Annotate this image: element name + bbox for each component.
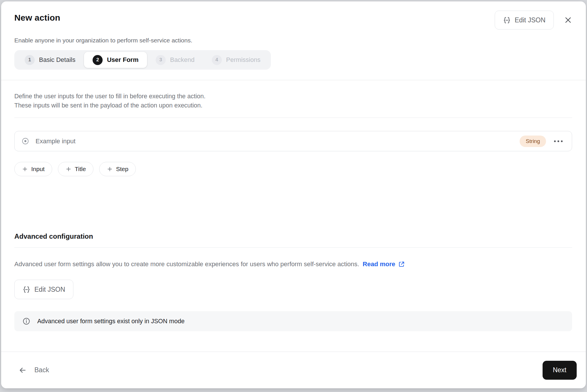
radio-target-icon [21, 137, 29, 145]
modal-footer: Back Next [1, 352, 586, 388]
page-title: New action [14, 11, 60, 23]
add-title-label: Title [75, 166, 86, 173]
step-number: 2 [93, 55, 103, 65]
edit-json-label: Edit JSON [515, 16, 545, 24]
new-action-modal: New action Edit JSON [1, 1, 586, 388]
divider [14, 247, 572, 248]
step-label: Backend [170, 56, 195, 64]
step-label: User Form [107, 56, 138, 64]
info-banner-text: Advanced user form settings exist only i… [37, 318, 185, 325]
form-input-row[interactable]: Example input String [14, 131, 572, 151]
step-basic-details[interactable]: 1 Basic Details [16, 52, 84, 68]
input-label: Example input [36, 138, 75, 145]
type-badge: String [520, 136, 546, 147]
back-button[interactable]: Back [18, 366, 49, 375]
add-input-button[interactable]: Input [14, 162, 52, 176]
row-more-menu-button[interactable] [552, 138, 564, 145]
next-button[interactable]: Next [543, 361, 577, 380]
dots-icon [554, 140, 556, 142]
edit-json-button-header[interactable]: Edit JSON [495, 11, 554, 30]
add-step-label: Step [116, 166, 128, 173]
step-number: 4 [212, 55, 222, 65]
info-icon [22, 317, 30, 325]
advanced-description-text: Advanced user form settings allow you to… [14, 260, 359, 268]
info-banner: Advanced user form settings exist only i… [14, 311, 572, 331]
form-description-line2: These inputs will be sent in the payload… [14, 101, 572, 110]
step-label: Basic Details [39, 56, 75, 64]
close-icon [564, 16, 572, 24]
edit-json-label: Edit JSON [34, 286, 65, 293]
advanced-configuration-heading: Advanced configuration [14, 232, 572, 240]
step-user-form[interactable]: 2 User Form [84, 52, 147, 68]
add-title-button[interactable]: Title [58, 162, 93, 176]
step-backend[interactable]: 3 Backend [147, 52, 203, 68]
plus-icon [22, 166, 28, 172]
plus-icon [65, 166, 72, 172]
advanced-description: Advanced user form settings allow you to… [14, 260, 572, 269]
read-more-label: Read more [363, 260, 395, 269]
edit-json-button-advanced[interactable]: Edit JSON [14, 280, 73, 299]
form-description-line1: Define the user inputs for the user to f… [14, 92, 572, 101]
add-input-label: Input [31, 166, 45, 173]
step-number: 3 [156, 55, 166, 65]
add-step-button[interactable]: Step [99, 162, 136, 176]
read-more-link[interactable]: Read more [363, 260, 405, 269]
step-permissions[interactable]: 4 Permissions [203, 52, 269, 68]
plus-icon [107, 166, 113, 172]
add-buttons-row: Input Title Step [14, 162, 572, 176]
step-number: 1 [25, 55, 35, 65]
close-button[interactable] [562, 14, 574, 26]
step-label: Permissions [226, 56, 261, 64]
modal-body: Define the user inputs for the user to f… [1, 80, 586, 352]
divider [14, 117, 572, 118]
external-link-icon [398, 261, 405, 268]
arrow-left-icon [18, 366, 27, 375]
wizard-stepper: 1 Basic Details 2 User Form 3 Backend 4 … [14, 50, 271, 70]
modal-subtitle: Enable anyone in your organization to pe… [14, 37, 574, 44]
braces-code-icon [23, 286, 30, 293]
modal-header: New action Edit JSON [1, 1, 586, 80]
back-label: Back [34, 366, 49, 374]
braces-code-icon [503, 16, 511, 24]
